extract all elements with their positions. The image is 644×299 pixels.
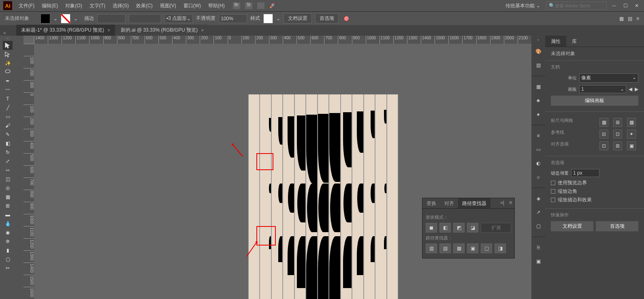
arrange-icon[interactable]: [257, 2, 264, 9]
unite-button[interactable]: ◼: [426, 223, 437, 233]
menu-effect[interactable]: 效果(C): [133, 1, 156, 11]
shape-builder-tool[interactable]: ◎: [3, 184, 13, 192]
swatches-panel-icon[interactable]: ▤: [534, 61, 543, 69]
snap-point-icon[interactable]: ⊡: [599, 141, 608, 150]
selection-tool[interactable]: [3, 41, 13, 50]
bridge-icon[interactable]: Br: [233, 2, 240, 9]
perspective-tool[interactable]: ▦: [3, 192, 13, 201]
appearance-panel-icon[interactable]: ☼: [534, 173, 543, 181]
symbols-panel-icon[interactable]: ♣: [534, 96, 543, 105]
prev-artboard-icon[interactable]: ◀: [629, 86, 632, 92]
document-tab[interactable]: 新的.ai @ 33.33% (RGB/GPU 预览)×: [116, 25, 209, 36]
kbd-increment-input[interactable]: 1 px: [571, 169, 599, 177]
direct-selection-tool[interactable]: [3, 50, 13, 59]
blend-tool[interactable]: ◉: [3, 228, 13, 237]
preferences-button[interactable]: 首选项: [315, 13, 339, 23]
snap-pixel-icon[interactable]: ▣: [627, 141, 636, 150]
paintbrush-tool[interactable]: 🖌: [3, 121, 13, 130]
stroke-panel-icon[interactable]: ≡: [534, 132, 543, 140]
stroke-profile[interactable]: • 3 点圆形 ⌄: [164, 14, 193, 23]
tab-transform[interactable]: 变换: [422, 198, 440, 208]
artboards-panel-icon[interactable]: ▢: [534, 222, 543, 230]
magic-wand-tool[interactable]: ✨: [3, 59, 13, 68]
exclude-button[interactable]: ◪: [467, 223, 478, 233]
trap-icon[interactable]: 🎯: [343, 16, 350, 21]
expand-icon[interactable]: »: [3, 30, 6, 36]
scale-tool[interactable]: ⤢: [3, 157, 13, 166]
slice-tool[interactable]: ✂: [3, 264, 13, 273]
menu-window[interactable]: 窗口(W): [180, 1, 204, 11]
close-icon[interactable]: ×: [107, 28, 110, 33]
fill-swatch[interactable]: [41, 14, 50, 23]
rotate-tool[interactable]: ↻: [3, 148, 13, 157]
divide-button[interactable]: ▥: [426, 243, 437, 253]
gradient-tool[interactable]: ▬: [3, 210, 13, 219]
curvature-tool[interactable]: 〰: [3, 85, 13, 94]
artboard-tool[interactable]: ▢: [3, 255, 13, 264]
search-input[interactable]: [555, 3, 611, 8]
ruler-toggle-icon[interactable]: ▦: [599, 118, 608, 127]
color-panel-icon[interactable]: 🎨: [534, 47, 543, 56]
trim-button[interactable]: ▤: [439, 243, 451, 253]
panel-toggle-icon[interactable]: ▤: [628, 16, 632, 21]
chevron-down-icon[interactable]: ⌄: [74, 16, 78, 21]
pen-tool[interactable]: ✒: [3, 77, 13, 85]
free-transform-tool[interactable]: ◫: [3, 175, 13, 184]
asset-export-panel-icon[interactable]: ↗: [534, 208, 543, 216]
window-close[interactable]: ✕: [633, 3, 641, 9]
edit-artboard-button[interactable]: 编辑画板: [551, 96, 638, 106]
collapse-icon[interactable]: «: [537, 38, 539, 42]
scale-corners-checkbox[interactable]: 缩放边角: [551, 188, 638, 195]
intersect-button[interactable]: ◩: [453, 223, 465, 233]
grid-toggle-icon[interactable]: ⊞: [613, 118, 622, 127]
merge-button[interactable]: ▦: [453, 243, 465, 253]
actions-panel-icon[interactable]: ▣: [534, 257, 543, 265]
units-select[interactable]: 像素⌄: [579, 73, 638, 83]
chevron-down-icon[interactable]: ⌄: [276, 16, 280, 21]
eyedropper-tool[interactable]: 💧: [3, 219, 13, 228]
collapse-icon[interactable]: »|: [498, 198, 507, 208]
panel-grip-icon[interactable]: »: [7, 36, 9, 40]
canvas[interactable]: 1400130012001100100090080070060050040030…: [23, 36, 531, 299]
line-tool[interactable]: ╱: [3, 103, 13, 112]
scale-strokes-checkbox[interactable]: 缩放描边和效果: [551, 196, 638, 203]
mesh-tool[interactable]: ⊞: [3, 201, 13, 210]
transparency-grid-icon[interactable]: ▩: [627, 118, 636, 127]
artboard-select[interactable]: 1⌄: [579, 85, 626, 93]
layers-panel-icon[interactable]: ◈: [534, 194, 543, 203]
menu-text[interactable]: 文字(T): [86, 1, 109, 11]
opacity-input[interactable]: [219, 14, 247, 23]
outline-button[interactable]: ▢: [481, 243, 492, 253]
tab-libraries[interactable]: 库: [566, 36, 582, 47]
document-setup-button[interactable]: 文档设置: [284, 13, 312, 23]
pencil-tool[interactable]: ✎: [3, 130, 13, 139]
menu-object[interactable]: 对象(O): [62, 1, 85, 11]
stroke-weight-input[interactable]: [97, 14, 126, 23]
next-artboard-icon[interactable]: ▶: [635, 86, 638, 92]
graphic-style-swatch[interactable]: [263, 14, 273, 23]
panel-toggle-icon[interactable]: ▦: [619, 16, 624, 21]
tab-align[interactable]: 对齐: [440, 198, 458, 208]
smart-guides-icon[interactable]: ✦: [627, 130, 636, 139]
window-maximize[interactable]: ☐: [621, 3, 629, 9]
menu-view[interactable]: 视图(V): [157, 1, 179, 11]
menu-file[interactable]: 文件(F): [15, 1, 38, 11]
brushes-panel-icon[interactable]: ▦: [534, 83, 543, 91]
gradient-panel-icon[interactable]: ▭: [534, 145, 543, 154]
stroke-variable[interactable]: [129, 14, 161, 23]
guides-lock-icon[interactable]: ⊡: [613, 130, 622, 139]
pathfinder-panel[interactable]: 变换 对齐 路径查找器 »| ≡ 形状模式： ◼ ◧ ◩ ◪ 扩展 路径查找器：…: [422, 198, 515, 258]
type-tool[interactable]: T: [3, 94, 13, 103]
transparency-panel-icon[interactable]: ◐: [534, 159, 543, 167]
stock-icon[interactable]: St: [245, 2, 252, 9]
menu-edit[interactable]: 编辑(E): [38, 1, 61, 11]
close-icon[interactable]: ×: [201, 28, 204, 33]
use-preview-bounds-checkbox[interactable]: 使用预览边界: [551, 179, 638, 186]
search-stock[interactable]: 🔍: [546, 2, 607, 10]
menu-select[interactable]: 选择(S): [109, 1, 132, 11]
crop-button[interactable]: ▣: [467, 243, 478, 253]
document-tab[interactable]: 未标题-1* @ 33.33% (RGB/GPU 预览)×: [16, 25, 115, 36]
minus-back-button[interactable]: ◨: [495, 243, 506, 253]
tab-properties[interactable]: 属性: [545, 36, 566, 47]
width-tool[interactable]: ⇿: [3, 166, 13, 175]
